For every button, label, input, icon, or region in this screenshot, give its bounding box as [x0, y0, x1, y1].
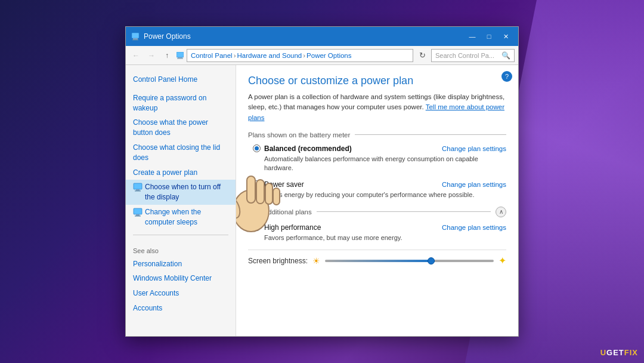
- sidebar-item-sleep[interactable]: Change when the computer sleeps: [126, 205, 236, 230]
- sidebar-item-create-plan[interactable]: Create a power plan: [126, 165, 236, 180]
- svg-rect-8: [135, 190, 141, 192]
- search-placeholder: Search Control Pa...: [435, 52, 499, 59]
- window-title: Power Options: [144, 32, 465, 41]
- svg-rect-10: [136, 214, 140, 216]
- close-button[interactable]: ✕: [498, 30, 513, 42]
- help-button[interactable]: ?: [501, 71, 512, 82]
- battery-section-title: Plans shown on the battery meter: [248, 131, 350, 139]
- plan-balanced-label[interactable]: Balanced (recommended): [253, 144, 352, 153]
- path-power-options[interactable]: Power Options: [306, 52, 351, 59]
- additional-plans-header: Hide additional plans ∧: [248, 207, 506, 217]
- forward-button[interactable]: →: [145, 49, 158, 62]
- sidebar-divider: [133, 235, 228, 235]
- maximize-button[interactable]: □: [481, 30, 497, 42]
- svg-rect-7: [136, 189, 140, 190]
- sidebar-item-control-panel-home[interactable]: Control Panel Home: [126, 72, 236, 87]
- change-plan-power-saver-link[interactable]: Change plan settings: [442, 181, 506, 188]
- search-container: Search Control Pa... 🔍: [431, 49, 515, 62]
- brightness-thumb[interactable]: [428, 257, 435, 264]
- sidebar: Control Panel Home Require a password on…: [126, 65, 236, 336]
- sidebar-item-accounts[interactable]: Accounts: [126, 301, 236, 316]
- radio-power-saver[interactable]: [253, 180, 261, 188]
- minimize-button[interactable]: —: [465, 30, 480, 42]
- main-panel: ? Choose or customize a power plan A pow…: [236, 65, 518, 336]
- plan-power-saver-desc: Saves energy by reducing your computer's…: [253, 190, 506, 199]
- battery-section-header: Plans shown on the battery meter: [248, 131, 506, 139]
- plan-high-performance: High performance Change plan settings Fa…: [248, 223, 506, 242]
- collapse-button[interactable]: ∧: [496, 207, 506, 217]
- sidebar-item-closing-lid[interactable]: Choose what closing the lid does: [126, 140, 236, 165]
- plan-high-performance-desc: Favors performance, but may use more ene…: [253, 233, 506, 242]
- see-also-title: See also: [126, 240, 236, 257]
- svg-rect-9: [134, 208, 142, 214]
- svg-rect-2: [132, 39, 138, 41]
- window-icon: [131, 32, 140, 41]
- page-title: Choose or customize a power plan: [248, 75, 506, 87]
- refresh-button[interactable]: ↻: [416, 49, 429, 62]
- sidebar-item-personalization[interactable]: Personalization: [126, 257, 236, 272]
- title-bar: Power Options — □ ✕: [126, 27, 518, 46]
- search-icon[interactable]: 🔍: [501, 51, 510, 60]
- plan-power-saver-label[interactable]: Power saver: [253, 180, 304, 189]
- brightness-label: Screen brightness:: [248, 257, 308, 265]
- svg-rect-4: [178, 57, 182, 59]
- sun-large-icon: ✦: [499, 255, 506, 266]
- monitor-icon: [133, 183, 143, 192]
- svg-rect-1: [133, 38, 138, 39]
- address-bar: ← → ↑ Control Panel › Hardware and Sound…: [126, 46, 518, 65]
- plan-power-saver: Power saver Change plan settings Saves e…: [248, 180, 506, 199]
- plan-high-performance-label[interactable]: High performance: [253, 223, 321, 232]
- content-area: Control Panel Home Require a password on…: [126, 65, 518, 336]
- up-button[interactable]: ↑: [160, 49, 174, 62]
- svg-rect-11: [135, 216, 141, 217]
- additional-plans-title: Hide additional plans: [248, 208, 312, 216]
- back-button[interactable]: ←: [129, 49, 143, 62]
- sun-small-icon: ☀: [312, 256, 320, 266]
- change-plan-balanced-link[interactable]: Change plan settings: [442, 145, 506, 152]
- sidebar-item-user-accounts[interactable]: User Accounts: [126, 286, 236, 301]
- plan-balanced: Balanced (recommended) Change plan setti…: [248, 144, 506, 173]
- sidebar-item-power-button[interactable]: Choose what the power button does: [126, 115, 236, 140]
- brightness-track[interactable]: [325, 260, 494, 262]
- sidebar-item-require-password[interactable]: Require a password on wakeup: [126, 91, 236, 116]
- additional-section-line: [317, 211, 491, 212]
- radio-high-performance[interactable]: [253, 223, 261, 231]
- address-icon: [176, 51, 184, 60]
- section-line: [355, 134, 506, 135]
- watermark: UGETFIX: [600, 348, 638, 357]
- sleep-monitor-icon: [133, 208, 143, 217]
- svg-rect-6: [134, 183, 142, 189]
- plan-balanced-desc: Automatically balances performance with …: [253, 155, 506, 173]
- address-path[interactable]: Control Panel › Hardware and Sound › Pow…: [187, 49, 413, 62]
- svg-rect-3: [177, 52, 184, 57]
- svg-point-13: [236, 196, 243, 220]
- plan-power-saver-header: Power saver Change plan settings: [253, 180, 506, 189]
- path-control-panel[interactable]: Control Panel: [191, 52, 233, 59]
- sidebar-item-turn-off-display[interactable]: Choose when to turn off the display: [126, 180, 236, 205]
- change-plan-high-performance-link[interactable]: Change plan settings: [442, 224, 506, 231]
- page-description: A power plan is a collection of hardware…: [248, 92, 506, 123]
- radio-balanced[interactable]: [253, 144, 261, 152]
- svg-rect-0: [132, 33, 139, 38]
- plan-high-performance-header: High performance Change plan settings: [253, 223, 506, 232]
- window-controls: — □ ✕: [465, 30, 513, 42]
- svg-rect-5: [177, 58, 183, 59]
- sidebar-item-windows-mobility[interactable]: Windows Mobility Center: [126, 271, 236, 286]
- path-hardware-sound[interactable]: Hardware and Sound: [237, 52, 302, 59]
- brightness-bar: Screen brightness: ☀ ✦: [248, 250, 506, 269]
- plan-balanced-header: Balanced (recommended) Change plan setti…: [253, 144, 506, 153]
